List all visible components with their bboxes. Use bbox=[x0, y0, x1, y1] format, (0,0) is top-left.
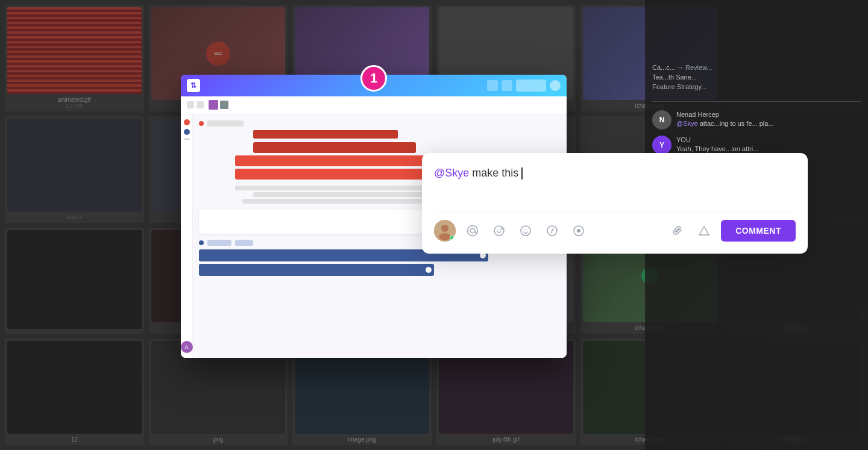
emoji-button[interactable] bbox=[516, 221, 535, 240]
modal-overlay: 1 ⇅ bbox=[0, 0, 868, 450]
slash-command-button[interactable] bbox=[542, 221, 562, 240]
svg-point-9 bbox=[524, 229, 525, 230]
svg-line-12 bbox=[551, 228, 553, 233]
svg-point-1 bbox=[441, 225, 448, 232]
svg-point-8 bbox=[521, 226, 530, 236]
svg-point-2 bbox=[439, 233, 451, 240]
comment-mention: @Skye bbox=[434, 167, 469, 179]
record-button[interactable] bbox=[569, 221, 588, 240]
comment-submit-button[interactable]: COMMENT bbox=[721, 220, 796, 242]
text-cursor bbox=[521, 167, 523, 180]
comment-popup: @Skye make this bbox=[422, 153, 808, 254]
online-indicator bbox=[450, 236, 455, 241]
notification-badge[interactable]: 1 bbox=[360, 65, 387, 92]
svg-point-4 bbox=[468, 225, 478, 236]
svg-point-10 bbox=[527, 229, 528, 230]
attachment-button[interactable] bbox=[668, 221, 687, 240]
svg-point-14 bbox=[577, 229, 580, 233]
app-left-sidebar: A bbox=[181, 114, 193, 358]
bottom-avatar: A bbox=[181, 341, 193, 353]
app-logo: ⇅ bbox=[187, 79, 200, 92]
app-toolbar bbox=[181, 96, 567, 114]
commenter-avatar bbox=[434, 220, 456, 242]
drive-button[interactable] bbox=[694, 221, 714, 240]
svg-point-6 bbox=[497, 229, 498, 230]
comment-text-body: make this bbox=[472, 167, 521, 179]
comment-toolbar: COMMENT bbox=[434, 211, 796, 242]
app-header-icons bbox=[487, 80, 561, 92]
svg-point-5 bbox=[494, 226, 504, 236]
at-button[interactable] bbox=[463, 221, 482, 240]
svg-point-7 bbox=[500, 229, 502, 230]
reaction-button[interactable] bbox=[489, 221, 509, 240]
comment-input-area[interactable]: @Skye make this bbox=[434, 165, 796, 201]
svg-point-3 bbox=[470, 228, 475, 233]
